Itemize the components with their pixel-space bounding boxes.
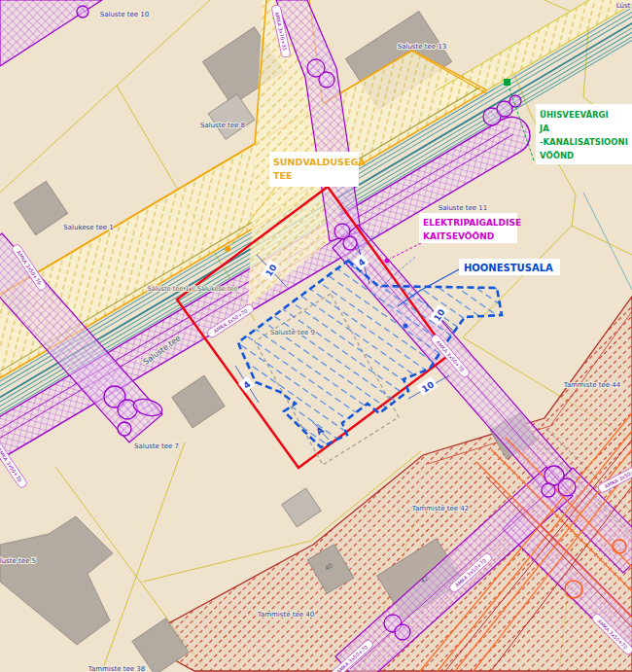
callout-text: SUNDVALDUSEGA: [273, 157, 366, 167]
road-name-label: Saluste tee 1 // Salukese tee: [148, 285, 238, 293]
pole-icon: [77, 6, 88, 18]
pole-icon: [395, 624, 410, 640]
parcel-label: Salukese tee 1: [63, 224, 113, 231]
water-point-icon: [504, 79, 510, 86]
parcel-label: Tammiste tee 42: [411, 505, 469, 513]
callout-text: ELEKTRIPAIGALDISE: [423, 218, 521, 228]
parcel-label: Saluste tee 5: [0, 557, 36, 565]
pole-icon: [118, 422, 131, 436]
callout-text: ÜHISVEEVÄRGI: [540, 110, 609, 120]
parcel-label: Saluste tee 9: [270, 329, 315, 336]
utility-point-magenta: [385, 259, 390, 264]
callout-text: VÖÖND: [540, 151, 574, 160]
parcel-label: Tammiste tee 38: [88, 665, 145, 672]
callout-uvk: ÜHISVEEVÄRGI JA -KANALISATSIOONI VÖÖND: [536, 104, 632, 164]
callout-text: HOONESTUSALA: [464, 263, 553, 273]
map-canvas[interactable]: AMKA 3x50+70 AMKA 3x70+35 AMKA 3x50+70 A…: [0, 0, 632, 672]
callout-text: -KANALISATSIOONI: [540, 137, 628, 147]
pole-icon: [343, 236, 357, 250]
parcel-label: Saluste tee 10: [100, 11, 150, 18]
pole-icon: [542, 483, 555, 497]
callout-text: JA: [539, 124, 549, 133]
parcel-label: Saluste tee 11: [439, 204, 488, 212]
parcel-label: Lüst: [616, 2, 631, 10]
callout-text: KAITSEVÖÖND: [423, 231, 494, 241]
sundvaldusega-point-icon: [225, 246, 230, 252]
parcel-label: Tammiste tee 44: [563, 381, 621, 389]
parcel-label: Tammiste tee 40: [257, 611, 314, 619]
parcel-label: Saluste tee 7: [134, 442, 179, 450]
utility-point-blue: [404, 324, 408, 329]
parcel-label: Saluste tee 13: [398, 43, 447, 51]
callout-text: TEE: [273, 170, 292, 181]
pole-icon: [558, 478, 576, 496]
parcel-label: Saluste tee 8: [200, 122, 245, 129]
pole-icon: [319, 72, 334, 88]
pole-icon: [509, 95, 521, 107]
map-viewport: AMKA 3x50+70 AMKA 3x70+35 AMKA 3x50+70 A…: [0, 0, 632, 672]
